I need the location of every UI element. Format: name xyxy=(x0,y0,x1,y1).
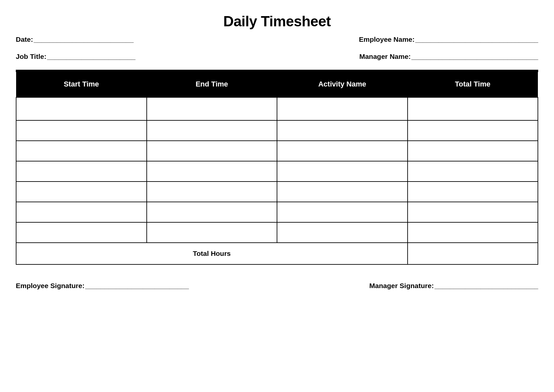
date-label: Date: xyxy=(16,36,33,43)
cell-activity[interactable] xyxy=(277,182,408,202)
job-title-field[interactable]: Job Title: _______________________ xyxy=(16,53,136,61)
employee-name-line: ________________________________ xyxy=(415,36,538,43)
table-row xyxy=(16,120,538,141)
cell-activity[interactable] xyxy=(277,222,408,243)
cell-activity[interactable] xyxy=(277,202,408,222)
cell-end[interactable] xyxy=(147,120,277,141)
cell-end[interactable] xyxy=(147,222,277,243)
cell-total[interactable] xyxy=(408,182,538,202)
cell-activity[interactable] xyxy=(277,97,408,120)
cell-total[interactable] xyxy=(408,202,538,222)
job-title-label: Job Title: xyxy=(16,53,46,61)
manager-signature-label: Manager Signature: xyxy=(369,282,434,290)
cell-activity[interactable] xyxy=(277,161,408,182)
cell-end[interactable] xyxy=(147,182,277,202)
cell-start[interactable] xyxy=(16,120,147,141)
cell-start[interactable] xyxy=(16,141,147,161)
signature-row: Employee Signature: ____________________… xyxy=(16,282,538,290)
job-title-line: _______________________ xyxy=(47,53,136,61)
header-row: Start Time End Time Activity Name Total … xyxy=(16,72,538,97)
cell-start[interactable] xyxy=(16,222,147,243)
cell-end[interactable] xyxy=(147,161,277,182)
cell-start[interactable] xyxy=(16,161,147,182)
total-hours-label: Total Hours xyxy=(16,243,408,264)
info-row-2: Job Title: _______________________ Manag… xyxy=(16,53,538,61)
employee-name-field[interactable]: Employee Name: _________________________… xyxy=(359,36,538,43)
info-row-1: Date: __________________________ Employe… xyxy=(16,36,538,43)
total-row: Total Hours xyxy=(16,243,538,264)
cell-end[interactable] xyxy=(147,202,277,222)
date-field[interactable]: Date: __________________________ xyxy=(16,36,134,43)
timesheet-table-wrap: Start Time End Time Activity Name Total … xyxy=(16,70,538,265)
header-activity-name: Activity Name xyxy=(277,72,408,97)
table-row xyxy=(16,202,538,222)
cell-end[interactable] xyxy=(147,97,277,120)
header-total-time: Total Time xyxy=(408,72,538,97)
date-line: __________________________ xyxy=(34,36,134,43)
employee-signature-label: Employee Signature: xyxy=(16,282,85,290)
table-row xyxy=(16,97,538,120)
cell-start[interactable] xyxy=(16,182,147,202)
cell-total[interactable] xyxy=(408,222,538,243)
table-row xyxy=(16,222,538,243)
cell-total[interactable] xyxy=(408,120,538,141)
employee-signature-field[interactable]: Employee Signature: ____________________… xyxy=(16,282,189,290)
manager-name-field[interactable]: Manager Name: __________________________… xyxy=(359,53,538,61)
cell-start[interactable] xyxy=(16,97,147,120)
manager-signature-field[interactable]: Manager Signature: _____________________… xyxy=(369,282,538,290)
cell-activity[interactable] xyxy=(277,141,408,161)
cell-start[interactable] xyxy=(16,202,147,222)
table-row xyxy=(16,161,538,182)
cell-total[interactable] xyxy=(408,97,538,120)
header-start-time: Start Time xyxy=(16,72,147,97)
cell-activity[interactable] xyxy=(277,120,408,141)
cell-total[interactable] xyxy=(408,141,538,161)
cell-end[interactable] xyxy=(147,141,277,161)
table-row xyxy=(16,141,538,161)
header-end-time: End Time xyxy=(147,72,277,97)
total-hours-value[interactable] xyxy=(408,243,538,264)
employee-name-label: Employee Name: xyxy=(359,36,415,43)
manager-signature-line: ___________________________ xyxy=(435,282,538,290)
manager-name-label: Manager Name: xyxy=(359,53,411,61)
table-row xyxy=(16,182,538,202)
manager-name-line: _________________________________ xyxy=(412,53,538,61)
page-title: Daily Timesheet xyxy=(16,13,538,30)
cell-total[interactable] xyxy=(408,161,538,182)
timesheet-table: Start Time End Time Activity Name Total … xyxy=(16,72,538,265)
employee-signature-line: ___________________________ xyxy=(85,282,189,290)
